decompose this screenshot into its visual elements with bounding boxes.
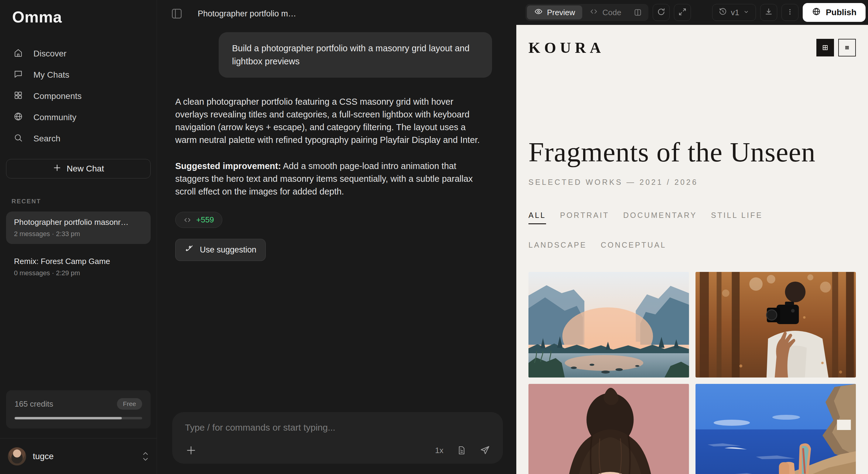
sidebar-item-label: Discover (33, 49, 66, 59)
sidebar-toggle-icon[interactable] (170, 7, 184, 21)
sidebar-item-my-chats[interactable]: My Chats (6, 66, 151, 84)
components-grid-icon (13, 91, 23, 102)
code-icon (183, 216, 191, 224)
eye-icon (534, 7, 543, 18)
tab-code[interactable]: Code (582, 5, 628, 20)
sidebar: Omma Discover My Chats Components Commun… (0, 0, 157, 474)
chevron-down-icon (743, 8, 749, 17)
sidebar-item-label: My Chats (33, 70, 69, 80)
refresh-icon (657, 7, 666, 18)
use-suggestion-button[interactable]: Use suggestion (175, 239, 266, 261)
preview-toolbar: Preview Code v1 (516, 0, 868, 25)
magic-wand-icon (185, 244, 194, 256)
site-brand: KOURA (528, 39, 605, 57)
sidebar-item-search[interactable]: Search (6, 129, 151, 148)
sidebar-item-label: Components (33, 91, 82, 101)
chat-item-title: Remix: Forest Camp Game (14, 257, 143, 266)
globe-icon (13, 112, 23, 124)
publish-globe-icon (812, 7, 821, 18)
filter-all[interactable]: ALL (528, 211, 546, 224)
suggestion-label: Suggested improvement: (175, 161, 281, 171)
message-input[interactable] (185, 422, 490, 433)
code-change-count: +559 (196, 215, 214, 225)
app-logo: Omma (0, 0, 157, 29)
code-changes-badge[interactable]: +559 (175, 212, 222, 228)
site-hero-title: Fragments of the Unseen (528, 136, 856, 168)
tab-preview[interactable]: Preview (527, 5, 582, 20)
chat-panel: Photographer portfolio m… Build a photog… (157, 0, 516, 474)
tab-preview-label: Preview (547, 8, 575, 17)
user-menu-chevrons-icon[interactable] (142, 451, 149, 461)
assistant-suggestion-paragraph: Suggested improvement: Add a smooth page… (175, 160, 482, 198)
credits-progress-fill (14, 417, 122, 419)
credits-count: 165 credits (14, 399, 53, 409)
chat-header: Photographer portfolio m… (157, 0, 516, 21)
sidebar-item-community[interactable]: Community (6, 108, 151, 127)
photo-portrait-topknot-pink[interactable] (528, 384, 689, 474)
photo-camera-toss-autumn-forest[interactable] (695, 272, 856, 377)
chat-bubble-icon (13, 69, 23, 81)
sidebar-item-label: Search (33, 134, 60, 143)
grid-view-button[interactable] (816, 39, 834, 57)
recent-section-label: RECENT (11, 198, 157, 205)
chat-item-title: Photographer portfolio masonr… (14, 217, 143, 227)
sidebar-item-components[interactable]: Components (6, 87, 151, 106)
speed-selector[interactable]: 1x (435, 446, 443, 455)
user-message-bubble: Build a photographer portfolio with a ma… (219, 32, 492, 78)
refresh-button[interactable] (653, 4, 670, 21)
chat-title: Photographer portfolio m… (198, 9, 296, 19)
avatar (8, 447, 26, 466)
site-hero-subtitle: SELECTED WORKS — 2021 / 2026 (528, 178, 856, 187)
credits-progress-track (14, 417, 142, 419)
version-selector[interactable]: v1 (712, 4, 756, 21)
sidebar-item-label: Community (33, 112, 76, 122)
preview-panel: Preview Code v1 (516, 0, 868, 474)
more-options-button[interactable] (781, 4, 799, 21)
code-icon (589, 7, 598, 18)
app-root: Omma Discover My Chats Components Commun… (0, 0, 868, 474)
sidebar-item-discover[interactable]: Discover (6, 44, 151, 63)
sidebar-nav: Discover My Chats Components Community S… (0, 44, 157, 148)
fullscreen-button[interactable] (674, 4, 691, 21)
filter-still-life[interactable]: STILL LIFE (711, 211, 763, 224)
history-icon (719, 7, 727, 18)
publish-button[interactable]: Publish (803, 3, 866, 22)
attach-plus-button[interactable] (185, 444, 197, 456)
split-view-icon[interactable] (629, 5, 647, 20)
publish-label: Publish (826, 8, 857, 17)
home-icon (13, 48, 23, 60)
filter-documentary[interactable]: DOCUMENTARY (623, 211, 697, 224)
message-composer: 1x (172, 412, 503, 464)
search-icon (13, 133, 23, 145)
version-label: v1 (731, 8, 739, 17)
user-menu[interactable]: tugce (0, 439, 157, 474)
site-preview: KOURA Fragments of the Unseen SELECTED W… (516, 25, 868, 474)
document-icon[interactable] (457, 445, 466, 455)
recent-chat-item[interactable]: Remix: Forest Camp Game 0 messages · 2:2… (6, 251, 151, 283)
view-mode-switcher: Preview Code (525, 4, 648, 21)
use-suggestion-label: Use suggestion (200, 245, 256, 255)
photo-armchair-on-sea-cliff[interactable] (695, 384, 856, 474)
chat-item-meta: 2 messages · 2:33 pm (14, 230, 143, 238)
username: tugce (33, 451, 54, 461)
credits-card: 165 credits Free (6, 390, 151, 429)
chat-item-meta: 0 messages · 2:29 pm (14, 269, 143, 277)
tab-code-label: Code (602, 8, 621, 17)
filter-conceptual[interactable]: CONCEPTUAL (601, 241, 666, 253)
download-icon (764, 7, 773, 18)
photo-misty-valley-sunrise[interactable] (528, 272, 689, 377)
filter-landscape[interactable]: LANDSCAPE (528, 241, 587, 253)
filter-portrait[interactable]: PORTRAIT (560, 211, 609, 224)
download-button[interactable] (760, 4, 777, 21)
category-filters: ALL PORTRAIT DOCUMENTARY STILL LIFE LAND… (528, 211, 820, 253)
assistant-paragraph: A clean photographer portfolio featuring… (175, 95, 482, 146)
masonry-grid (528, 272, 856, 474)
new-chat-button[interactable]: New Chat (6, 159, 151, 178)
plus-icon (53, 164, 61, 174)
expand-icon (678, 7, 687, 18)
assistant-message: A clean photographer portfolio featuring… (157, 78, 509, 198)
list-view-button[interactable] (838, 39, 856, 57)
recent-chat-item[interactable]: Photographer portfolio masonr… 2 message… (6, 211, 151, 244)
new-chat-label: New Chat (67, 164, 104, 174)
send-icon[interactable] (480, 445, 490, 455)
